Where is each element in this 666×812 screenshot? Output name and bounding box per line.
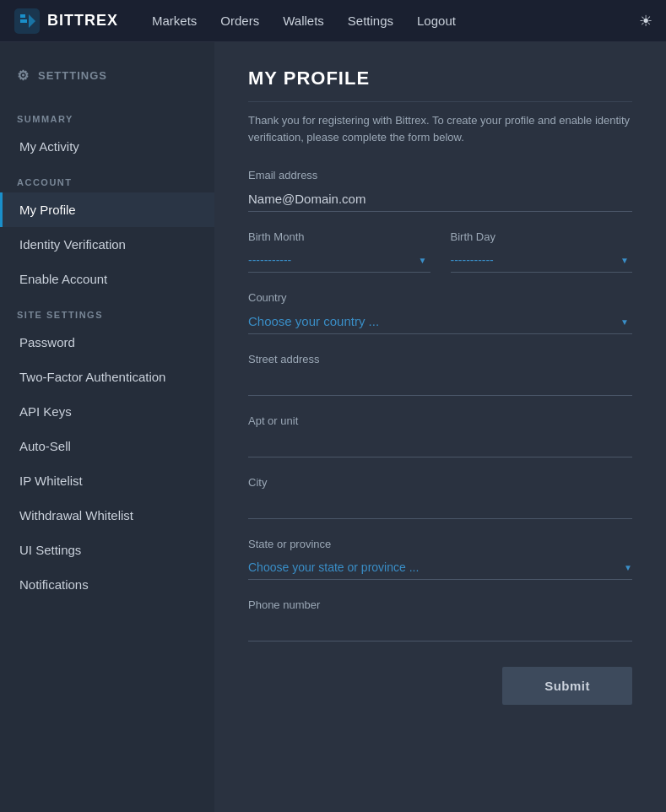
- sidebar: ⚙ SETTTINGS SUMMARY My Activity ACCOUNT …: [0, 42, 214, 812]
- birth-day-label: Birth Day: [451, 230, 633, 243]
- sidebar-item-my-activity[interactable]: My Activity: [0, 129, 214, 164]
- page-title: MY PROFILE: [248, 68, 632, 102]
- email-value: Name@Domain.com: [248, 187, 632, 212]
- country-group: Country Choose your country ... United S…: [248, 291, 632, 334]
- account-section-title: ACCOUNT: [0, 171, 214, 192]
- wallets-link[interactable]: Wallets: [283, 14, 324, 28]
- state-arrow-icon: ▼: [624, 563, 632, 572]
- sidebar-item-enable-account[interactable]: Enable Account: [0, 262, 214, 296]
- birth-month-label: Birth Month: [248, 230, 430, 243]
- birth-month-select[interactable]: ----------- January February March April…: [248, 248, 430, 272]
- main-content: MY PROFILE Thank you for registering wit…: [214, 42, 666, 812]
- email-label: Email address: [248, 169, 632, 181]
- markets-link[interactable]: Markets: [152, 14, 197, 28]
- orders-link[interactable]: Orders: [220, 14, 259, 28]
- birth-row: Birth Month ----------- January February…: [248, 230, 632, 291]
- country-select-wrapper: Choose your country ... United States Ca…: [248, 309, 632, 334]
- summary-section-title: SUMMARY: [0, 107, 214, 129]
- email-group: Email address Name@Domain.com: [248, 169, 632, 212]
- sidebar-item-ip-whitelist[interactable]: IP Whitelist: [0, 463, 214, 498]
- topnav-links: Markets Orders Wallets Settings Logout: [152, 14, 639, 28]
- logo-text: BITTREX: [47, 12, 118, 30]
- site-settings-section-title: SITE SETTINGS: [0, 303, 214, 325]
- topnav: BITTREX Markets Orders Wallets Settings …: [0, 0, 666, 42]
- settings-link[interactable]: Settings: [348, 14, 393, 28]
- street-group: Street address: [248, 353, 632, 396]
- gear-icon: ⚙: [17, 68, 30, 84]
- logout-link[interactable]: Logout: [417, 14, 456, 28]
- birth-day-select-wrapper: ----------- 123 456 789 101112 131415 16…: [451, 248, 633, 273]
- country-select[interactable]: Choose your country ... United States Ca…: [248, 309, 632, 333]
- birth-month-group: Birth Month ----------- January February…: [248, 230, 430, 273]
- phone-input[interactable]: [248, 616, 632, 641]
- sidebar-item-password[interactable]: Password: [0, 325, 214, 360]
- state-select[interactable]: Choose your state or province ... Alabam…: [248, 555, 624, 579]
- sidebar-item-my-profile[interactable]: My Profile: [0, 192, 214, 227]
- sidebar-item-api-keys[interactable]: API Keys: [0, 394, 214, 429]
- sidebar-item-identity-verification[interactable]: Identity Verification: [0, 227, 214, 262]
- topnav-right: ☀: [639, 12, 652, 30]
- page-description: Thank you for registering with Bittrex. …: [248, 112, 632, 145]
- apt-label: Apt or unit: [248, 414, 632, 427]
- layout: ⚙ SETTTINGS SUMMARY My Activity ACCOUNT …: [0, 42, 666, 812]
- settings-header: ⚙ SETTTINGS: [0, 59, 214, 100]
- settings-title: SETTTINGS: [38, 69, 107, 82]
- sidebar-item-auto-sell[interactable]: Auto-Sell: [0, 429, 214, 463]
- apt-group: Apt or unit: [248, 414, 632, 457]
- submit-button[interactable]: Submit: [502, 667, 632, 705]
- city-group: City: [248, 476, 632, 519]
- logo[interactable]: BITTREX: [14, 8, 118, 35]
- state-select-wrapper: Choose your state or province ... Alabam…: [248, 555, 632, 580]
- city-label: City: [248, 476, 632, 489]
- street-input[interactable]: [248, 371, 632, 396]
- street-label: Street address: [248, 353, 632, 365]
- state-group: State or province Choose your state or p…: [248, 538, 632, 580]
- phone-group: Phone number: [248, 598, 632, 641]
- sidebar-item-withdrawal-whitelist[interactable]: Withdrawal Whitelist: [0, 498, 214, 533]
- sidebar-item-ui-settings[interactable]: UI Settings: [0, 533, 214, 567]
- phone-label: Phone number: [248, 598, 632, 611]
- birth-day-select[interactable]: ----------- 123 456 789 101112 131415 16…: [451, 248, 633, 272]
- submit-area: Submit: [248, 667, 632, 705]
- theme-toggle-icon[interactable]: ☀: [639, 12, 652, 30]
- birth-day-group: Birth Day ----------- 123 456 789 101112…: [451, 230, 633, 273]
- country-label: Country: [248, 291, 632, 304]
- city-input[interactable]: [248, 494, 632, 519]
- sidebar-item-two-factor-auth[interactable]: Two-Factor Authentication: [0, 360, 214, 394]
- state-label: State or province: [248, 538, 632, 550]
- birth-month-select-wrapper: ----------- January February March April…: [248, 248, 430, 273]
- apt-input[interactable]: [248, 432, 632, 457]
- sidebar-item-notifications[interactable]: Notifications: [0, 567, 214, 602]
